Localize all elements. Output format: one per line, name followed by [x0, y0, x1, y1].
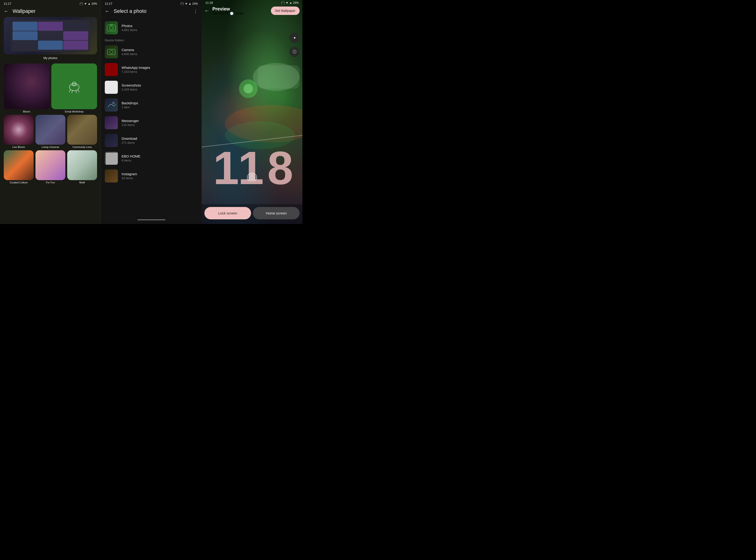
- folder-name-photos: Photos: [122, 24, 198, 28]
- vibrate-icon-p3: 📳: [281, 1, 285, 4]
- folder-count-camera: 4,640 items: [122, 52, 198, 56]
- community-lens-thumb[interactable]: [67, 115, 97, 145]
- signal-icon-p2: ▲: [188, 2, 191, 5]
- svg-rect-17: [258, 65, 300, 89]
- folder-item-camera[interactable]: Camera 4,640 items: [101, 43, 202, 61]
- preview-title: Preview: [212, 6, 243, 12]
- wallpaper-item-live-bloom[interactable]: Live Bloom: [4, 115, 34, 148]
- wallpaper-item-bloom[interactable]: Bloom: [4, 63, 49, 113]
- folder-name-screenshots: Screenshots: [122, 83, 198, 87]
- folder-thumb-camera: [105, 45, 118, 58]
- folder-item-ebo[interactable]: EBO HOME 6 items: [101, 149, 202, 167]
- svg-line-3: [72, 91, 73, 93]
- folder-name-ebo: EBO HOME: [122, 154, 198, 158]
- folder-thumb-photos: [105, 21, 118, 34]
- vibrate-icon: 📳: [80, 2, 83, 5]
- preview-header: ← Preview Tue, Oct 24 🕙 10:00 Set Wallpa…: [202, 5, 302, 17]
- motif-thumb[interactable]: [67, 150, 97, 180]
- wallpaper-item-emoji[interactable]: Emoji Workshop: [51, 63, 97, 113]
- svg-point-13: [113, 102, 115, 104]
- big-num-1: 1: [213, 145, 238, 191]
- photo-mini-6: [63, 31, 88, 40]
- svg-point-19: [244, 84, 253, 93]
- back-button-p3[interactable]: ←: [204, 8, 210, 14]
- my-photos-thumbnail[interactable]: [4, 17, 97, 54]
- wallpaper-row-3: Curated Culture For Fun Motif: [4, 150, 97, 184]
- wallpaper-item-curated[interactable]: Curated Culture: [4, 150, 34, 184]
- emoji-thumb[interactable]: [51, 63, 97, 109]
- wallpaper-item-living-universe[interactable]: Living Universe: [36, 115, 65, 148]
- wallpaper-item-for-fun[interactable]: For Fun: [36, 150, 65, 184]
- select-photo-panel: 11:17 📳 ▼ ▲ 24% ← Select a photo ⋮ Photo…: [101, 0, 202, 224]
- emoji-label: Emoji Workshop: [65, 110, 83, 113]
- wallpaper-row-1: Bloom: [4, 63, 97, 113]
- folder-info-screenshots: Screenshots 2,429 items: [122, 83, 198, 91]
- preview-date-line: Tue, Oct 24 🕙 10:00: [212, 12, 243, 15]
- big-num-2: 1: [238, 145, 262, 191]
- folder-count-whatsapp: 7,153 items: [122, 70, 198, 74]
- for-fun-thumb[interactable]: [36, 150, 65, 180]
- set-wallpaper-button[interactable]: Set Wallpaper: [271, 6, 300, 15]
- home-screen-button[interactable]: Home screen: [253, 207, 300, 219]
- live-bloom-thumb[interactable]: [4, 115, 34, 145]
- preview-date: Tue, Oct 24: [212, 12, 228, 15]
- bloom-label: Bloom: [23, 110, 30, 113]
- top-bar-p1: ← Wallpaper: [0, 6, 101, 17]
- folder-list: Photos 4,661 items Device folders Camera…: [101, 17, 202, 218]
- page-title-p1: Wallpaper: [13, 8, 36, 14]
- folder-count-instagram: 20 items: [122, 176, 198, 180]
- curated-label: Curated Culture: [9, 181, 28, 184]
- battery-p2: 24%: [192, 2, 198, 5]
- motif-label: Motif: [79, 181, 85, 184]
- my-photos-inner: [11, 20, 90, 52]
- wallpaper-item-community-lens[interactable]: Community Lens: [67, 115, 97, 148]
- status-icons-p1: 📳 ▼ ▲ 24%: [80, 2, 97, 5]
- more-options-button[interactable]: ⋮: [193, 8, 198, 14]
- back-button-p1[interactable]: ←: [4, 8, 9, 14]
- folder-name-messenger: Messenger: [122, 119, 198, 123]
- folder-thumb-instagram: [105, 169, 118, 182]
- lock-screen-button[interactable]: Lock screen: [204, 207, 251, 219]
- status-bar-p2: 11:17 📳 ▼ ▲ 24%: [101, 0, 202, 6]
- folder-info-instagram: Instagram 20 items: [122, 172, 198, 180]
- living-universe-thumb[interactable]: [36, 115, 65, 145]
- status-bar-p3: 11:18 📳 ▼ ▲ 24%: [202, 0, 302, 5]
- folder-info-backdrops: Backdrops 1 item: [122, 101, 198, 109]
- folder-item-messenger[interactable]: Messenger 110 items: [101, 114, 202, 132]
- folder-item-whatsapp[interactable]: WhatsApp Images 7,153 items: [101, 61, 202, 78]
- my-photos-section[interactable]: My photos: [4, 17, 97, 60]
- curated-thumb[interactable]: [4, 150, 34, 180]
- folder-item-instagram[interactable]: Instagram 20 items: [101, 167, 202, 185]
- wifi-p3: ▼: [285, 1, 289, 4]
- folder-item-download[interactable]: Download 271 items: [101, 132, 202, 149]
- folder-thumb-screenshots: [105, 81, 118, 94]
- svg-rect-8: [107, 25, 116, 31]
- back-button-p2[interactable]: ←: [105, 8, 110, 14]
- info-button[interactable]: ⓘ: [289, 47, 300, 57]
- preview-title-group: ← Preview Tue, Oct 24 🕙 10:00: [204, 6, 243, 15]
- turtle-svg: [66, 78, 82, 95]
- folder-name-download: Download: [122, 137, 198, 140]
- photo-mini-1: [13, 22, 38, 31]
- folder-info-camera: Camera 4,640 items: [122, 48, 198, 56]
- instagram-thumb-img: [105, 169, 118, 182]
- folder-thumb-backdrops: [105, 98, 118, 112]
- folder-item-backdrops[interactable]: Backdrops 1 item: [101, 96, 202, 114]
- folder-count-photos: 4,661 items: [122, 28, 198, 32]
- folder-item-screenshots[interactable]: Screenshots 2,429 items: [101, 78, 202, 96]
- preview-panel: 11:18 📳 ▼ ▲ 24% ← Preview Tue, Oct 24 🕙 …: [202, 0, 302, 224]
- folder-info-messenger: Messenger 110 items: [122, 119, 198, 127]
- info-icon: ⓘ: [293, 49, 296, 54]
- folder-name-whatsapp: WhatsApp Images: [122, 65, 198, 69]
- bloom-thumb[interactable]: [4, 63, 49, 109]
- live-bloom-label: Live Bloom: [12, 146, 25, 148]
- photo-mini-8: [38, 41, 63, 50]
- vibrate-icon-p2: 📳: [180, 2, 184, 5]
- wallpaper-item-motif[interactable]: Motif: [67, 150, 97, 184]
- wifi-icon: ▼: [84, 2, 87, 5]
- folder-count-screenshots: 2,429 items: [122, 88, 198, 91]
- wifi-icon-p2: ▼: [185, 2, 187, 5]
- sparkle-button[interactable]: ✦: [289, 33, 300, 43]
- folder-item-photos[interactable]: Photos 4,661 items: [101, 19, 202, 37]
- folder-thumb-whatsapp: [105, 63, 118, 76]
